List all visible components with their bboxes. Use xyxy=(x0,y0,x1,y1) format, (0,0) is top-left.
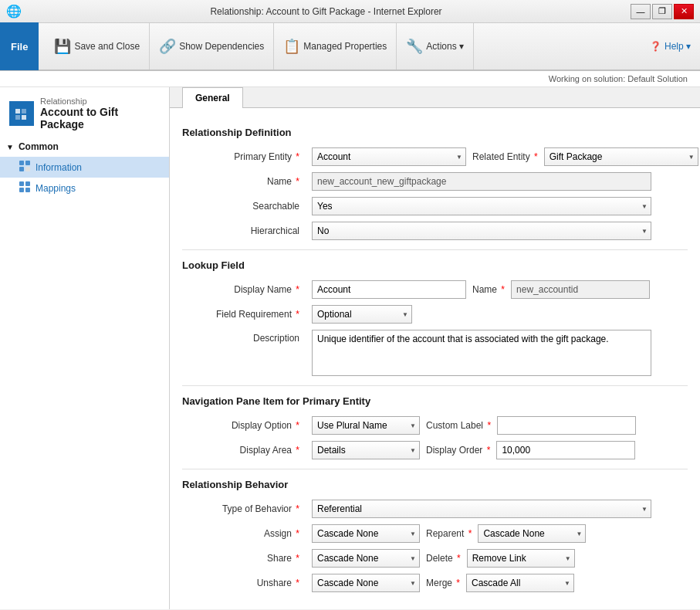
name-label: Name * xyxy=(182,176,306,187)
file-button[interactable]: File xyxy=(0,22,39,70)
ribbon: File 💾 Save and Close 🔗 Show Dependencie… xyxy=(0,23,700,71)
svg-rect-1 xyxy=(22,109,26,114)
display-area-select-wrapper: Details Marketing Sales xyxy=(312,441,420,459)
custom-label-label: Custom Label * xyxy=(426,420,491,431)
svg-rect-4 xyxy=(19,161,24,165)
information-icon xyxy=(19,160,31,175)
searchable-select[interactable]: Yes No xyxy=(312,197,651,215)
related-entity-select[interactable]: Gift Package xyxy=(544,147,698,166)
custom-label-input[interactable] xyxy=(497,416,636,435)
svg-rect-8 xyxy=(19,181,24,186)
svg-rect-10 xyxy=(19,188,24,192)
reparent-select[interactable]: Cascade None Cascade All xyxy=(478,524,586,543)
type-of-behavior-label: Type of Behavior * xyxy=(182,503,306,514)
related-entity-select-wrapper: Gift Package xyxy=(544,147,698,166)
lookup-display-name-label: Display Name * xyxy=(182,284,306,295)
dependencies-icon: 🔗 xyxy=(159,38,176,55)
assign-reparent-row: Assign * Cascade None Cascade All Repare… xyxy=(182,524,688,543)
main-layout: Relationship Account to Gift Package ▼ C… xyxy=(0,87,700,609)
assign-select[interactable]: Cascade None Cascade All xyxy=(312,524,420,543)
ribbon-actions: 💾 Save and Close 🔗 Show Dependencies 📋 M… xyxy=(45,23,474,69)
entity-title-small: Relationship xyxy=(40,97,160,106)
save-icon: 💾 xyxy=(54,38,71,55)
tab-bar: General xyxy=(170,87,700,108)
name-input[interactable] xyxy=(312,172,651,191)
svg-rect-9 xyxy=(25,181,30,186)
managed-properties-button[interactable]: 📋 Managed Properties xyxy=(274,23,397,69)
minimize-button[interactable]: — xyxy=(631,4,651,19)
share-select-wrapper: Cascade None Cascade All xyxy=(312,549,420,568)
delete-select[interactable]: Remove Link Cascade All Cascade None xyxy=(467,549,575,568)
field-requirement-select-wrapper: Optional Required Recommended xyxy=(312,305,412,324)
help-button[interactable]: ❓ Help ▾ xyxy=(650,41,700,52)
svg-rect-3 xyxy=(22,115,26,120)
searchable-label: Searchable xyxy=(182,201,306,212)
unshare-select-wrapper: Cascade None Cascade All xyxy=(312,574,420,592)
hierarchical-select[interactable]: No Yes xyxy=(312,222,651,240)
description-textarea[interactable]: Unique identifier of the account that is… xyxy=(312,330,651,376)
unshare-label: Unshare * xyxy=(182,578,306,588)
lookup-display-name-row: Display Name * Name * xyxy=(182,280,688,299)
share-select[interactable]: Cascade None Cascade All xyxy=(312,549,420,568)
managed-properties-icon: 📋 xyxy=(283,38,300,55)
searchable-select-wrapper: Yes No xyxy=(312,197,651,215)
merge-select[interactable]: Cascade All Cascade None xyxy=(466,574,574,592)
svg-rect-2 xyxy=(15,115,20,120)
share-delete-row: Share * Cascade None Cascade All Delete … xyxy=(182,549,688,568)
display-area-label: Display Area * xyxy=(182,445,306,456)
sidebar-item-information[interactable]: Information xyxy=(0,157,169,178)
display-option-label: Display Option * xyxy=(182,420,306,431)
lookup-name-input[interactable] xyxy=(511,280,650,299)
primary-entity-select[interactable]: Account xyxy=(312,147,466,166)
actions-button[interactable]: 🔧 Actions ▾ xyxy=(397,23,474,69)
display-area-row: Display Area * Details Marketing Sales D… xyxy=(182,441,688,459)
lookup-display-name-input[interactable] xyxy=(312,280,466,299)
svg-rect-7 xyxy=(25,167,30,171)
type-of-behavior-row: Type of Behavior * Referential Parental … xyxy=(182,500,688,518)
tab-general[interactable]: General xyxy=(182,87,243,108)
reparent-label: Reparent * xyxy=(426,528,472,539)
assign-label: Assign * xyxy=(182,528,306,539)
lookup-name-label: Name * xyxy=(472,284,505,295)
restore-button[interactable]: ❐ xyxy=(652,4,672,19)
merge-select-wrapper: Cascade All Cascade None xyxy=(466,574,574,592)
name-row: Name * xyxy=(182,172,688,191)
hierarchical-row: Hierarchical No Yes xyxy=(182,222,688,240)
display-order-label: Display Order * xyxy=(426,445,490,456)
delete-select-wrapper: Remove Link Cascade All Cascade None xyxy=(467,549,575,568)
solution-bar: Working on solution: Default Solution xyxy=(0,71,700,87)
primary-entity-select-wrapper: Account xyxy=(312,147,466,166)
display-option-row: Display Option * Use Plural Name Use Cus… xyxy=(182,416,688,435)
display-area-select[interactable]: Details Marketing Sales xyxy=(312,441,420,459)
delete-label: Delete * xyxy=(426,553,461,564)
title-bar: 🌐 Relationship: Account to Gift Package … xyxy=(0,0,700,23)
type-of-behavior-select[interactable]: Referential Parental Configurable Cascad… xyxy=(312,500,651,518)
show-dependencies-button[interactable]: 🔗 Show Dependencies xyxy=(150,23,274,69)
type-of-behavior-select-wrapper: Referential Parental Configurable Cascad… xyxy=(312,500,651,518)
close-button[interactable]: ✕ xyxy=(674,4,694,19)
hierarchical-label: Hierarchical xyxy=(182,225,306,236)
field-requirement-select[interactable]: Optional Required Recommended xyxy=(312,305,412,324)
unshare-merge-row: Unshare * Cascade None Cascade All Merge… xyxy=(182,574,688,592)
unshare-select[interactable]: Cascade None Cascade All xyxy=(312,574,420,592)
sidebar: Relationship Account to Gift Package ▼ C… xyxy=(0,87,170,609)
svg-rect-11 xyxy=(25,188,30,192)
share-label: Share * xyxy=(182,553,306,564)
save-and-close-button[interactable]: 💾 Save and Close xyxy=(45,23,150,69)
primary-entity-required: * xyxy=(296,151,299,162)
sidebar-item-mappings[interactable]: Mappings xyxy=(0,178,169,198)
hierarchical-select-wrapper: No Yes xyxy=(312,222,651,240)
section-navigation-pane: Navigation Pane Item for Primary Entity xyxy=(182,395,688,407)
merge-label: Merge * xyxy=(426,578,460,588)
help-icon: ❓ xyxy=(650,41,661,52)
nav-section-common[interactable]: ▼ Common xyxy=(0,137,169,157)
display-order-input[interactable] xyxy=(496,441,635,459)
title-controls: — ❐ ✕ xyxy=(631,4,694,19)
actions-icon: 🔧 xyxy=(406,38,423,55)
section-relationship-behavior: Relationship Behavior xyxy=(182,479,688,490)
entity-title-large: Account to Gift Package xyxy=(40,106,160,130)
content-area: General Relationship Definition Primary … xyxy=(170,87,700,609)
display-option-select-wrapper: Use Plural Name Use Custom Label Do Not … xyxy=(312,416,420,435)
display-option-select[interactable]: Use Plural Name Use Custom Label Do Not … xyxy=(312,416,420,435)
mappings-icon xyxy=(19,181,31,195)
